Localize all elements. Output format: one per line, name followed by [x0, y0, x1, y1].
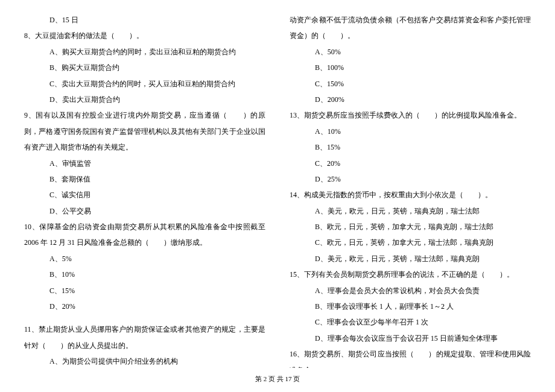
page-footer: 第 2 页 共 17 页 [0, 371, 555, 386]
option-text: D、理事会每次会议应当于会议召开 15 日前通知全体理事 [290, 330, 531, 346]
option-text: C、理事会会议至少每半年召开 1 次 [290, 314, 531, 330]
option-text: A、5% [24, 251, 265, 267]
option-text: A、10% [290, 124, 531, 139]
option-text: B、购买大豆期货合约 [24, 60, 265, 75]
question-text: 14、构成美元指数的货币中，按权重由大到小依次是（ ）。 [290, 187, 531, 203]
option-text: D、25% [290, 171, 531, 187]
option-text: C、诚实信用 [24, 187, 265, 203]
question-text: 11、禁止期货从业人员挪用客户的期货保证金或者其他资产的规定，主要是针对（ ）的… [24, 321, 265, 353]
option-text: B、15% [290, 139, 531, 155]
option-text: C、15% [24, 283, 265, 299]
option-text: D、20% [24, 299, 265, 314]
question-text: 15、下列有关会员制期货交易所理事会的说法，不正确的是（ ）。 [290, 267, 531, 282]
option-text: A、审慎监管 [24, 156, 265, 171]
spacer [24, 314, 265, 321]
option-text: B、欧元，日元，英镑，加拿大元，瑞典克朗，瑞士法郎 [290, 219, 531, 235]
question-text: 16、期货交易所、期货公司应当按照（ ）的规定提取、管理和使用风险准备金。 [290, 346, 531, 368]
option-text: D、15 日 [24, 12, 265, 28]
option-text: D、200% [290, 92, 531, 107]
option-text: A、购买大豆期货合约的同时，卖出豆油和豆粕的期货合约 [24, 44, 265, 60]
question-text: 10、保障基金的启动资金由期货交易所从其积累的风险准备金中按照截至 2006 年… [24, 219, 265, 251]
option-text: B、理事会设理事长 1 人，副理事长 1～2 人 [290, 299, 531, 314]
left-column: D、15 日 8、大豆提油套利的做法是（ ）。 A、购买大豆期货合约的同时，卖出… [24, 12, 265, 368]
option-text: C、150% [290, 76, 531, 92]
option-text: C、20% [290, 156, 531, 171]
question-text: 13、期货交易所应当按照手续费收入的（ ）的比例提取风险准备金。 [290, 107, 531, 123]
option-text: D、美元，欧元，日元，英镑，瑞士法郎，瑞典克朗 [290, 251, 531, 267]
question-text: 9、国有以及国有控股企业进行境内外期货交易，应当遵循（ ）的原则，严格遵守国务院… [24, 107, 265, 155]
option-text: C、欧元，日元，英镑，加拿大元，瑞士法郎，瑞典克朗 [290, 235, 531, 250]
question-continuation: 动资产余额不低于流动负债余额（不包括客户交易结算资金和客户委托管理资金）的（ ）… [290, 12, 531, 44]
option-text: D、卖出大豆期货合约 [24, 92, 265, 107]
option-text: C、卖出大豆期货合约的同时，买人豆油和豆粕的期货合约 [24, 76, 265, 92]
document-columns: D、15 日 8、大豆提油套利的做法是（ ）。 A、购买大豆期货合约的同时，卖出… [24, 12, 531, 368]
question-text: 8、大豆提油套利的做法是（ ）。 [24, 28, 265, 43]
option-text: A、50% [290, 44, 531, 60]
option-text: A、美元，欧元，日元，英镑，瑞典克朗，瑞士法郎 [290, 203, 531, 219]
option-text: A、为期货公司提供中间介绍业务的机构 [24, 353, 265, 368]
right-column: 动资产余额不低于流动负债余额（不包括客户交易结算资金和客户委托管理资金）的（ ）… [290, 12, 531, 368]
option-text: A、理事会是会员大会的常设机构，对会员大会负责 [290, 283, 531, 299]
option-text: D、公平交易 [24, 203, 265, 219]
option-text: B、10% [24, 267, 265, 282]
option-text: B、100% [290, 60, 531, 75]
option-text: B、套期保值 [24, 171, 265, 187]
